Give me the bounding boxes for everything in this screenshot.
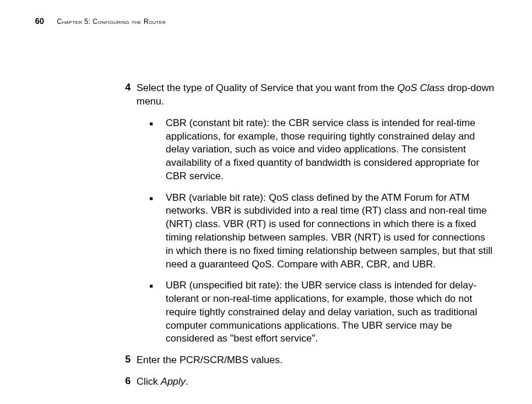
bullet-item-cbr: ■ CBR (constant bit rate): the CBR servi… bbox=[149, 117, 497, 183]
bullet-text: VBR (variable bit rate): QoS class defin… bbox=[166, 191, 497, 271]
step-6: 6 Click Apply. bbox=[118, 375, 497, 389]
apply-italic: Apply bbox=[161, 376, 186, 387]
chapter-title: Chapter 5: Configuring the Router bbox=[57, 18, 166, 26]
page-number: 60 bbox=[35, 16, 44, 26]
step-text: Select the type of Quality of Service th… bbox=[136, 82, 497, 109]
bullet-marker-icon: ■ bbox=[149, 117, 166, 183]
content-area: 4 Select the type of Quality of Service … bbox=[118, 82, 497, 389]
bullet-text: CBR (constant bit rate): the CBR service… bbox=[166, 117, 497, 183]
bullet-item-vbr: ■ VBR (variable bit rate): QoS class def… bbox=[149, 191, 497, 271]
step-text: Click Apply. bbox=[136, 375, 497, 389]
step-text-part1: Click bbox=[136, 376, 161, 387]
bullet-marker-icon: ■ bbox=[149, 279, 166, 346]
step-number: 4 bbox=[118, 82, 131, 109]
step-text: Enter the PCR/SCR/MBS values. bbox=[136, 354, 497, 367]
step-number: 5 bbox=[118, 354, 131, 367]
bullet-list: ■ CBR (constant bit rate): the CBR servi… bbox=[149, 117, 497, 346]
page-header: 60 Chapter 5: Configuring the Router bbox=[35, 16, 497, 26]
bullet-marker-icon: ■ bbox=[149, 191, 166, 271]
step-5: 5 Enter the PCR/SCR/MBS values. bbox=[118, 354, 497, 367]
step-text-part2: . bbox=[186, 376, 188, 387]
step-text-part1: Select the type of Quality of Service th… bbox=[136, 82, 397, 93]
bullet-item-ubr: ■ UBR (unspecified bit rate): the UBR se… bbox=[149, 279, 497, 346]
bullet-text: UBR (unspecified bit rate): the UBR serv… bbox=[166, 279, 497, 346]
qos-class-italic: QoS Class bbox=[397, 82, 444, 93]
step-4: 4 Select the type of Quality of Service … bbox=[118, 82, 497, 109]
step-number: 6 bbox=[118, 375, 131, 389]
